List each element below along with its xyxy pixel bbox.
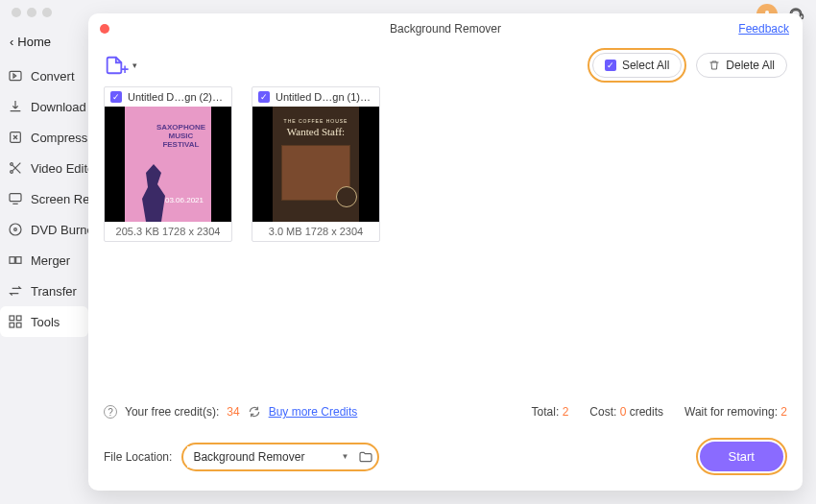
sidebar-item-label: Transfer [31, 284, 77, 299]
sidebar-item-merger[interactable]: Merger [0, 245, 88, 276]
modal-header: Background Remover Feedback [88, 13, 803, 44]
checkbox-checked-icon[interactable]: ✓ [258, 91, 270, 103]
wait-stat: Wait for removing: 2 [684, 405, 787, 419]
total-stat: Total: 2 [532, 405, 569, 419]
sidebar-item-label: Convert [31, 69, 75, 84]
screen-icon [8, 191, 23, 206]
preview-text: Wanted Staff: [287, 126, 345, 137]
preview-text: FESTIVAL [156, 141, 205, 150]
image-preview: THE COFFEE HOUSE Wanted Staff: [252, 107, 379, 222]
credits-value: 34 [227, 405, 239, 419]
modal-title: Background Remover [390, 22, 501, 36]
svg-point-9 [10, 224, 21, 235]
sidebar-item-tools[interactable]: Tools [0, 306, 88, 337]
file-location-label: File Location: [104, 450, 172, 464]
transfer-icon [8, 283, 23, 299]
checkbox-checked-icon: ✓ [605, 60, 616, 71]
image-card[interactable]: ✓ Untitled D…gn (1).png THE COFFEE HOUSE… [252, 86, 380, 242]
sidebar-item-compress[interactable]: Compress [0, 122, 88, 153]
add-file-button[interactable]: + ▾ [104, 54, 137, 77]
sidebar-item-label: Screen Recorder [31, 192, 88, 206]
svg-rect-14 [16, 316, 21, 321]
svg-rect-15 [10, 323, 14, 327]
svg-rect-8 [10, 194, 21, 202]
delete-all-button[interactable]: Delete All [696, 53, 787, 78]
credits-label: Your free credit(s): [125, 405, 219, 419]
compress-icon [8, 130, 23, 145]
delete-all-label: Delete All [726, 59, 775, 72]
convert-icon [8, 68, 23, 84]
sidebar-item-label: Tools [31, 315, 60, 329]
sidebar-item-label: Download [31, 100, 86, 114]
chevron-down-icon: ▾ [132, 60, 137, 70]
chevron-left-icon: ‹ [10, 35, 13, 49]
svg-point-7 [11, 171, 13, 174]
credits-row: ? Your free credit(s): 34 Buy more Credi… [88, 399, 803, 428]
svg-point-6 [11, 163, 13, 166]
image-filename: Untitled D…gn (1).png [276, 91, 373, 103]
svg-rect-12 [16, 257, 21, 264]
image-meta: 205.3 KB 1728 x 2304 [105, 222, 231, 241]
image-card[interactable]: ✓ Untitled D…gn (2).png SAXOPHONE MUSIC … [104, 86, 232, 242]
select-all-highlight: ✓ Select All [588, 48, 686, 83]
sidebar-menu: Convert Download Compress Video Editor S… [0, 60, 88, 337]
preview-text: 03.06.2021 [165, 196, 204, 204]
scissors-icon [8, 160, 23, 176]
svg-rect-16 [16, 323, 21, 327]
sidebar-item-label: Video Editor [31, 161, 88, 176]
preview-text: THE COFFEE HOUSE [284, 118, 348, 124]
sidebar-item-label: Compress [31, 131, 87, 145]
disc-icon [8, 222, 23, 237]
window-traffic-lights [12, 8, 52, 17]
download-icon [8, 99, 23, 114]
chevron-down-icon[interactable]: ▼ [337, 452, 352, 461]
merge-icon [8, 252, 23, 268]
checkbox-checked-icon[interactable]: ✓ [110, 91, 122, 103]
svg-point-10 [14, 228, 17, 231]
buy-credits-link[interactable]: Buy more Credits [269, 405, 358, 419]
modal-footer: File Location: ▼ Start [88, 428, 803, 491]
sidebar-item-dvd-burner[interactable]: DVD Burner [0, 214, 88, 245]
start-button-highlight: Start [696, 438, 787, 475]
toolbar: + ▾ ✓ Select All Delete All [88, 44, 803, 86]
sidebar-item-label: Merger [31, 253, 70, 268]
sidebar-item-download[interactable]: Download [0, 91, 88, 122]
sidebar-item-label: DVD Burner [31, 223, 88, 237]
cost-stat: Cost: 0 credits [589, 405, 663, 419]
start-button[interactable]: Start [700, 442, 783, 471]
traffic-dot [12, 8, 21, 17]
sidebar-item-transfer[interactable]: Transfer [0, 276, 88, 306]
traffic-dot [42, 8, 52, 17]
folder-icon[interactable] [358, 449, 373, 465]
feedback-link[interactable]: Feedback [738, 22, 789, 36]
svg-rect-13 [10, 316, 14, 321]
back-label: Home [17, 35, 51, 49]
file-location-highlight: ▼ [181, 443, 379, 471]
select-all-button[interactable]: ✓ Select All [592, 53, 682, 78]
back-home-button[interactable]: ‹ Home [0, 29, 88, 55]
traffic-dot [27, 8, 36, 17]
image-preview: SAXOPHONE MUSIC FESTIVAL 03.06.2021 [105, 107, 231, 222]
sidebar-item-video-editor[interactable]: Video Editor [0, 153, 88, 183]
tools-icon [8, 314, 23, 329]
background-remover-modal: Background Remover Feedback + ▾ ✓ Select… [88, 13, 803, 491]
trash-icon [708, 60, 720, 71]
image-meta: 3.0 MB 1728 x 2304 [252, 222, 379, 241]
select-all-label: Select All [622, 59, 669, 72]
image-gallery: ✓ Untitled D…gn (2).png SAXOPHONE MUSIC … [88, 86, 803, 399]
help-icon[interactable]: ? [104, 405, 117, 419]
sidebar-item-screen-recorder[interactable]: Screen Recorder [0, 183, 88, 214]
refresh-icon[interactable] [248, 405, 261, 419]
svg-rect-11 [10, 257, 14, 264]
sidebar: ‹ Home Convert Download Compress Video E… [0, 29, 88, 337]
file-location-input[interactable] [187, 446, 331, 468]
image-filename: Untitled D…gn (2).png [128, 91, 226, 103]
sidebar-item-convert[interactable]: Convert [0, 60, 88, 91]
close-icon[interactable] [100, 24, 109, 34]
